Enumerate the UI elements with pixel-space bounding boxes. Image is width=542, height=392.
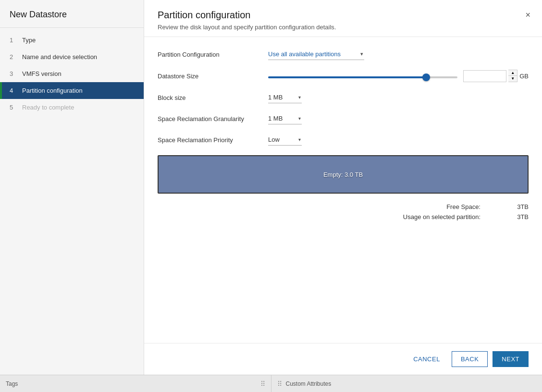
tags-label: Tags — [6, 380, 18, 387]
bottom-bar: Tags ⠿ ⠿ Custom Attributes — [0, 375, 542, 392]
back-button[interactable]: BACK — [452, 351, 488, 367]
space-reclamation-priority-row: Space Reclamation Priority Low — [158, 134, 529, 146]
datastore-size-row: Datastore Size 3072 ▲ ▼ GB — [158, 70, 529, 82]
sidebar-step-2[interactable]: 2 Name and device selection — [0, 49, 144, 65]
step-label-3: VMFS version — [22, 70, 62, 77]
usage-label: Usage on selected partition: — [403, 213, 480, 220]
block-size-label: Block size — [158, 94, 268, 101]
bottom-bar-tags: Tags ⠿ — [0, 375, 271, 392]
disk-viz-label: Empty: 3.0 TB — [323, 171, 363, 178]
bottom-bar-custom-attributes: ⠿ Custom Attributes — [271, 375, 542, 392]
step-label-4: Partition configuration — [22, 87, 83, 94]
cancel-button[interactable]: CANCEL — [406, 352, 447, 367]
step-num-2: 2 — [10, 53, 17, 61]
content-header: Partition configuration Review the disk … — [144, 0, 542, 37]
space-reclamation-granularity-row: Space Reclamation Granularity 1 MB — [158, 113, 529, 124]
partition-config-label: Partition Configuration — [158, 51, 268, 58]
step-num-3: 3 — [10, 70, 17, 77]
partition-config-value: Use all available partitions — [268, 50, 341, 58]
block-size-row: Block size 1 MB — [158, 92, 529, 103]
datastore-size-input[interactable]: 3072 — [463, 70, 506, 82]
disk-visualization: Empty: 3.0 TB — [158, 155, 529, 194]
space-reclamation-granularity-label: Space Reclamation Granularity — [158, 115, 268, 122]
size-decrement-button[interactable]: ▼ — [508, 76, 517, 82]
block-size-dropdown[interactable]: 1 MB — [268, 92, 302, 103]
step-num-4: 4 — [10, 87, 17, 94]
size-unit: GB — [519, 73, 529, 80]
size-input-group: 3072 ▲ ▼ GB — [463, 70, 529, 82]
sidebar-title: New Datastore — [0, 0, 144, 28]
space-reclamation-priority-control: Low — [268, 134, 529, 146]
next-button[interactable]: NEXT — [493, 351, 529, 367]
step-label-5: Ready to complete — [22, 104, 74, 111]
size-increment-button[interactable]: ▲ — [508, 70, 517, 76]
space-reclamation-priority-value: Low — [268, 136, 280, 143]
usage-row: Usage on selected partition: 3TB — [158, 213, 529, 220]
space-reclamation-granularity-dropdown[interactable]: 1 MB — [268, 113, 302, 124]
datastore-size-label: Datastore Size — [158, 73, 268, 80]
sidebar-step-4[interactable]: 4 Partition configuration — [0, 82, 144, 99]
usage-value: 3TB — [509, 213, 529, 220]
space-reclamation-granularity-control: 1 MB — [268, 113, 529, 124]
tags-drag-handle[interactable]: ⠿ — [260, 380, 265, 388]
step-label-1: Type — [22, 37, 36, 44]
page-subtitle: Review the disk layout and specify parti… — [158, 24, 529, 31]
space-reclamation-granularity-value: 1 MB — [268, 115, 283, 122]
partition-config-control: Use all available partitions — [268, 49, 529, 60]
partition-config-row: Partition Configuration Use all availabl… — [158, 49, 529, 60]
space-info: Free Space: 3TB Usage on selected partit… — [158, 203, 529, 223]
sidebar: New Datastore 1 Type 2 Name and device s… — [0, 0, 144, 375]
block-size-value: 1 MB — [268, 94, 283, 101]
custom-attributes-label: Custom Attributes — [286, 380, 332, 387]
sidebar-step-5: 5 Ready to complete — [0, 99, 144, 116]
page-title: Partition configuration — [158, 10, 529, 21]
space-reclamation-priority-label: Space Reclamation Priority — [158, 136, 268, 144]
free-space-row: Free Space: 3TB — [158, 203, 529, 210]
step-num-5: 5 — [10, 104, 17, 111]
content-area: Partition configuration Review the disk … — [144, 0, 542, 375]
datastore-size-slider[interactable] — [268, 76, 457, 78]
datastore-size-control: 3072 ▲ ▼ GB — [268, 70, 529, 82]
free-space-label: Free Space: — [446, 203, 480, 210]
content-footer: CANCEL BACK NEXT — [144, 343, 542, 375]
custom-attributes-drag-handle[interactable]: ⠿ — [277, 380, 282, 388]
form-content: Partition Configuration Use all availabl… — [144, 37, 542, 343]
step-label-2: Name and device selection — [22, 53, 97, 61]
block-size-control: 1 MB — [268, 92, 529, 103]
size-spinners: ▲ ▼ — [508, 70, 517, 82]
free-space-value: 3TB — [509, 203, 529, 210]
sidebar-step-3[interactable]: 3 VMFS version — [0, 65, 144, 82]
space-reclamation-priority-dropdown[interactable]: Low — [268, 134, 302, 146]
steps-list: 1 Type 2 Name and device selection 3 VMF… — [0, 28, 144, 116]
partition-config-dropdown[interactable]: Use all available partitions — [268, 49, 364, 60]
step-num-1: 1 — [10, 37, 17, 44]
close-button[interactable]: × — [523, 9, 532, 21]
size-slider-container — [268, 73, 457, 80]
sidebar-step-1[interactable]: 1 Type — [0, 32, 144, 49]
